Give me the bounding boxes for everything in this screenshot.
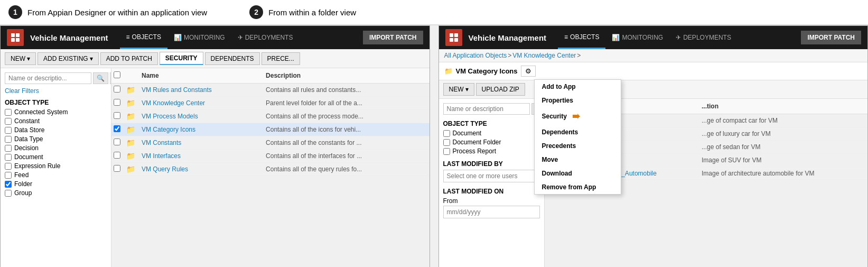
folder-header-title: VM Category Icons [456, 67, 518, 75]
top-labels-bar: 1 From Appian Designer or within an appl… [0, 0, 868, 25]
context-menu-item-security[interactable]: Security ➠ [535, 107, 621, 125]
obj-link[interactable]: VM Constants [142, 139, 181, 146]
filter-connected-system[interactable]: Connected System [5, 108, 107, 116]
panel1-app-title: Vehicle Management [30, 33, 108, 42]
from-label: From [443, 197, 540, 205]
filter-document[interactable]: Document [5, 153, 107, 161]
sidebar2-search-input[interactable] [443, 103, 530, 115]
filter-decision[interactable]: Decision [5, 144, 107, 152]
import-patch-btn-1[interactable]: IMPORT PATCH [363, 31, 423, 44]
filter-folder[interactable]: Folder [5, 180, 107, 188]
deployments-icon-2: ✈ [676, 34, 681, 41]
sidebar2-search-row: 🔍 [443, 103, 540, 115]
objects-label-1: OBJECTS [132, 33, 161, 41]
table-row[interactable]: 📁 VM Process Models Contains all of the … [111, 110, 430, 123]
table-row[interactable]: 📁 VM Category Icons Contains all of the … [111, 123, 430, 136]
panel2-app-header: Vehicle Management ≡ OBJECTS 📊 MONITORIN… [439, 26, 868, 49]
context-menu-item-precedents[interactable]: Precedents [535, 139, 621, 153]
filter-document-2[interactable]: Document [443, 130, 540, 137]
select-all-cb-1[interactable] [114, 71, 120, 78]
deployments-label-1: DEPLOYMENTS [245, 34, 293, 41]
panel1: Vehicle Management ≡ OBJECTS 📊 MONITORIN… [0, 25, 430, 267]
panel2-app-title: Vehicle Management [469, 33, 547, 42]
monitoring-label-1: MONITORING [184, 34, 225, 41]
nav-objects-2[interactable]: ≡ OBJECTS [558, 26, 605, 49]
filter-process-report[interactable]: Process Report [443, 148, 540, 155]
obj-link[interactable]: VM Category Icons [142, 126, 195, 133]
filter-feed[interactable]: Feed [5, 171, 107, 179]
sidebar1-search-btn[interactable]: 🔍 [93, 72, 108, 84]
import-patch-btn-2[interactable]: IMPORT PATCH [801, 31, 861, 44]
panel2-label: 2 From within a folder view [249, 5, 356, 19]
panel1-content: 🔍 ▾ Clear Filters OBJECT TYPE Connected … [1, 68, 430, 267]
context-menu-item-move[interactable]: Move [535, 153, 621, 167]
circle-1: 1 [8, 5, 22, 19]
breadcrumb-all-objects[interactable]: All Application Objects [444, 52, 507, 59]
new-btn-2[interactable]: NEW ▾ [443, 83, 474, 96]
security-label: Security [542, 113, 567, 120]
clear-filters-1[interactable]: Clear Filters [5, 87, 107, 95]
last-modified-by-input[interactable] [443, 170, 540, 182]
filter-constant[interactable]: Constant [5, 117, 107, 125]
new-btn-1[interactable]: NEW ▾ [5, 52, 36, 65]
table-row[interactable]: 📁 VM Knowledge Center Parent level folde… [111, 97, 430, 110]
security-btn-1[interactable]: SECURITY [160, 52, 203, 65]
svg-rect-5 [454, 33, 458, 37]
context-menu-item-dependents[interactable]: Dependents [535, 125, 621, 139]
nav-monitoring-1[interactable]: 📊 MONITORING [167, 26, 231, 49]
panel2-nav: ≡ OBJECTS 📊 MONITORING ✈ DEPLOYMENTS [558, 26, 738, 49]
precedents-btn-1[interactable]: PRECE... [262, 52, 300, 65]
add-to-patch-btn-1[interactable]: ADD TO PATCH [100, 52, 158, 65]
panel2-content: 🔍 OBJECT TYPE Document Document Folder P… [439, 99, 868, 267]
deployments-icon-1: ✈ [238, 34, 243, 41]
panel2-toolbar: NEW ▾ UPLOAD ZIP [439, 80, 868, 99]
folder-header-icon: 📁 [444, 67, 453, 75]
last-modified-on-label: LAST MODIFIED ON [443, 188, 540, 195]
monitoring-icon-1: 📊 [174, 34, 182, 41]
obj-link[interactable]: VM Interfaces [142, 152, 181, 160]
filter-document-folder[interactable]: Document Folder [443, 139, 540, 146]
upload-zip-btn[interactable]: UPLOAD ZIP [476, 83, 525, 96]
context-menu-item-add-to-app[interactable]: Add to App [535, 80, 621, 94]
obj-link[interactable]: VM Rules and Constants [142, 86, 212, 94]
panel-gap [430, 25, 438, 267]
breadcrumb-knowledge-center[interactable]: VM Knowledge Center [512, 52, 576, 59]
obj-link[interactable]: VM Process Models [142, 113, 198, 120]
filter-data-store[interactable]: Data Store [5, 126, 107, 134]
table-row[interactable]: 📁 VM Constants Contains all of the const… [111, 136, 430, 150]
sidebar1-search-input[interactable] [5, 72, 91, 84]
obj-link[interactable]: VM Query Rules [142, 165, 188, 173]
context-menu-item-download[interactable]: Download [535, 167, 621, 180]
context-menu-item-properties[interactable]: Properties [535, 94, 621, 107]
table-row[interactable]: 📁 VM Interfaces Contains all of the inte… [111, 150, 430, 163]
folder-icon: 📁 [126, 165, 135, 173]
filter-data-type[interactable]: Data Type [5, 135, 107, 143]
table-row[interactable]: 📁 VM Query Rules Contains all of the que… [111, 163, 430, 176]
folder-gear-btn[interactable]: ⚙ [521, 66, 536, 77]
context-menu-item-remove[interactable]: Remove from App [535, 180, 621, 194]
from-date-input[interactable] [443, 206, 540, 218]
svg-rect-1 [16, 33, 20, 37]
dependents-btn-1[interactable]: DEPENDENTS [205, 52, 260, 65]
nav-deployments-2[interactable]: ✈ DEPLOYMENTS [669, 26, 738, 49]
svg-rect-6 [450, 38, 453, 42]
svg-rect-7 [454, 38, 458, 42]
panel2: Vehicle Management ≡ OBJECTS 📊 MONITORIN… [438, 25, 869, 267]
filter-expression-rule[interactable]: Expression Rule [5, 162, 107, 170]
add-existing-btn-1[interactable]: ADD EXISTING ▾ [38, 52, 99, 65]
panel1-table-area: Name Description 📁 VM Rules and Constant… [111, 68, 430, 267]
context-menu: Add to App Properties Security ➠ Depende… [534, 79, 621, 195]
obj-link[interactable]: VM Knowledge Center [142, 99, 205, 107]
nav-monitoring-2[interactable]: 📊 MONITORING [605, 26, 669, 49]
table-row[interactable]: 📁 VM Rules and Constants Contains all ru… [111, 84, 430, 97]
svg-rect-4 [450, 33, 453, 37]
panels-container: Vehicle Management ≡ OBJECTS 📊 MONITORIN… [0, 25, 868, 267]
nav-deployments-1[interactable]: ✈ DEPLOYMENTS [231, 26, 300, 49]
panel1-logo [7, 29, 24, 46]
svg-rect-0 [11, 33, 15, 37]
filter-group[interactable]: Group [5, 189, 107, 197]
panel2-title-text: From within a folder view [268, 8, 356, 17]
breadcrumb-sep1: > [508, 52, 511, 59]
folder-icon: 📁 [126, 139, 135, 147]
nav-objects-1[interactable]: ≡ OBJECTS [120, 26, 167, 49]
